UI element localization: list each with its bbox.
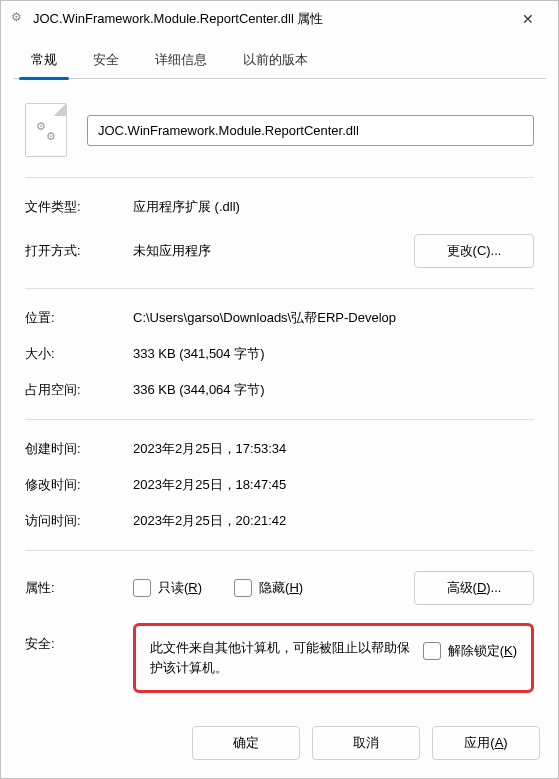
label-accessed: 访问时间:	[25, 512, 133, 530]
value-location: C:\Users\garso\Downloads\弘帮ERP-Develop	[133, 309, 534, 327]
checkbox-icon	[234, 579, 252, 597]
checkbox-unblock[interactable]: 解除锁定(K)	[423, 642, 517, 660]
label-file-type: 文件类型:	[25, 198, 133, 216]
security-box: 此文件来自其他计算机，可能被阻止以帮助保护该计算机。 解除锁定(K)	[133, 623, 534, 693]
separator	[25, 177, 534, 178]
value-created: 2023年2月25日，17:53:34	[133, 440, 534, 458]
apply-button[interactable]: 应用(A)	[432, 726, 540, 760]
value-opens-with: 未知应用程序	[133, 242, 400, 260]
ok-button[interactable]: 确定	[192, 726, 300, 760]
change-button[interactable]: 更改(C)...	[414, 234, 534, 268]
separator	[25, 288, 534, 289]
tab-general[interactable]: 常规	[13, 41, 75, 79]
value-size: 333 KB (341,504 字节)	[133, 345, 534, 363]
value-file-type: 应用程序扩展 (.dll)	[133, 198, 534, 216]
info-grid-3: 创建时间: 2023年2月25日，17:53:34 修改时间: 2023年2月2…	[25, 440, 534, 530]
window-title: JOC.WinFramework.Module.ReportCenter.dll…	[33, 10, 506, 28]
tab-details[interactable]: 详细信息	[137, 41, 225, 79]
value-accessed: 2023年2月25日，20:21:42	[133, 512, 534, 530]
info-grid-2: 位置: C:\Users\garso\Downloads\弘帮ERP-Devel…	[25, 309, 534, 399]
value-modified: 2023年2月25日，18:47:45	[133, 476, 534, 494]
label-location: 位置:	[25, 309, 133, 327]
dll-icon	[9, 11, 25, 27]
label-security: 安全:	[25, 623, 133, 653]
checkbox-hidden[interactable]: 隐藏(H)	[234, 579, 303, 597]
label-opens-with: 打开方式:	[25, 242, 133, 260]
label-size-on-disk: 占用空间:	[25, 381, 133, 399]
filename-input[interactable]: JOC.WinFramework.Module.ReportCenter.dll	[87, 115, 534, 146]
value-size-on-disk: 336 KB (344,064 字节)	[133, 381, 534, 399]
label-attributes: 属性:	[25, 579, 133, 597]
file-type-icon	[25, 103, 67, 157]
attributes-grid: 属性: 只读(R) 隐藏(H) 高级(D)... 安全: 此文件来自其他计算机，…	[25, 571, 534, 693]
file-row: JOC.WinFramework.Module.ReportCenter.dll	[25, 103, 534, 157]
dialog-footer: 确定 取消 应用(A)	[1, 712, 558, 778]
tab-previous-versions[interactable]: 以前的版本	[225, 41, 326, 79]
tab-security[interactable]: 安全	[75, 41, 137, 79]
checkbox-icon	[423, 642, 441, 660]
checkbox-readonly[interactable]: 只读(R)	[133, 579, 202, 597]
advanced-button[interactable]: 高级(D)...	[414, 571, 534, 605]
security-message: 此文件来自其他计算机，可能被阻止以帮助保护该计算机。	[150, 638, 413, 678]
attributes-row: 只读(R) 隐藏(H) 高级(D)...	[133, 571, 534, 605]
content-area: JOC.WinFramework.Module.ReportCenter.dll…	[1, 79, 558, 712]
properties-dialog: JOC.WinFramework.Module.ReportCenter.dll…	[0, 0, 559, 779]
close-button[interactable]: ✕	[506, 4, 550, 34]
tab-strip: 常规 安全 详细信息 以前的版本	[1, 37, 558, 79]
label-size: 大小:	[25, 345, 133, 363]
info-grid-1: 文件类型: 应用程序扩展 (.dll) 打开方式: 未知应用程序 更改(C)..…	[25, 198, 534, 268]
label-modified: 修改时间:	[25, 476, 133, 494]
opens-with-row: 未知应用程序 更改(C)...	[133, 234, 534, 268]
label-created: 创建时间:	[25, 440, 133, 458]
cancel-button[interactable]: 取消	[312, 726, 420, 760]
separator	[25, 550, 534, 551]
titlebar: JOC.WinFramework.Module.ReportCenter.dll…	[1, 1, 558, 37]
separator	[25, 419, 534, 420]
checkbox-icon	[133, 579, 151, 597]
